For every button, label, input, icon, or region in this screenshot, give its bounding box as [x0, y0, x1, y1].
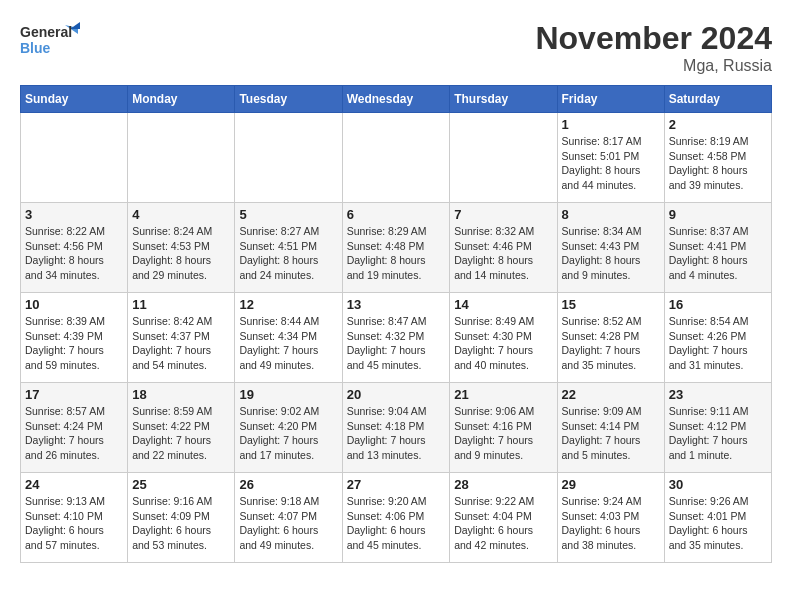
- calendar-cell: 9Sunrise: 8:37 AM Sunset: 4:41 PM Daylig…: [664, 203, 771, 293]
- day-info: Sunrise: 9:24 AM Sunset: 4:03 PM Dayligh…: [562, 494, 660, 553]
- calendar-cell: [342, 113, 450, 203]
- day-number: 27: [347, 477, 446, 492]
- calendar-cell: 16Sunrise: 8:54 AM Sunset: 4:26 PM Dayli…: [664, 293, 771, 383]
- day-info: Sunrise: 8:29 AM Sunset: 4:48 PM Dayligh…: [347, 224, 446, 283]
- day-number: 8: [562, 207, 660, 222]
- day-number: 22: [562, 387, 660, 402]
- calendar-cell: [128, 113, 235, 203]
- calendar-cell: 11Sunrise: 8:42 AM Sunset: 4:37 PM Dayli…: [128, 293, 235, 383]
- day-info: Sunrise: 8:39 AM Sunset: 4:39 PM Dayligh…: [25, 314, 123, 373]
- calendar-cell: [21, 113, 128, 203]
- day-number: 19: [239, 387, 337, 402]
- day-number: 30: [669, 477, 767, 492]
- day-info: Sunrise: 8:57 AM Sunset: 4:24 PM Dayligh…: [25, 404, 123, 463]
- calendar-cell: 20Sunrise: 9:04 AM Sunset: 4:18 PM Dayli…: [342, 383, 450, 473]
- calendar-cell: 26Sunrise: 9:18 AM Sunset: 4:07 PM Dayli…: [235, 473, 342, 563]
- calendar-cell: 17Sunrise: 8:57 AM Sunset: 4:24 PM Dayli…: [21, 383, 128, 473]
- day-info: Sunrise: 8:52 AM Sunset: 4:28 PM Dayligh…: [562, 314, 660, 373]
- calendar-cell: 8Sunrise: 8:34 AM Sunset: 4:43 PM Daylig…: [557, 203, 664, 293]
- day-number: 7: [454, 207, 552, 222]
- calendar-header: SundayMondayTuesdayWednesdayThursdayFrid…: [21, 86, 772, 113]
- calendar-cell: 15Sunrise: 8:52 AM Sunset: 4:28 PM Dayli…: [557, 293, 664, 383]
- day-number: 28: [454, 477, 552, 492]
- day-info: Sunrise: 9:13 AM Sunset: 4:10 PM Dayligh…: [25, 494, 123, 553]
- calendar-cell: 27Sunrise: 9:20 AM Sunset: 4:06 PM Dayli…: [342, 473, 450, 563]
- calendar-cell: 29Sunrise: 9:24 AM Sunset: 4:03 PM Dayli…: [557, 473, 664, 563]
- day-number: 24: [25, 477, 123, 492]
- calendar-cell: 24Sunrise: 9:13 AM Sunset: 4:10 PM Dayli…: [21, 473, 128, 563]
- day-number: 4: [132, 207, 230, 222]
- weekday-header: Wednesday: [342, 86, 450, 113]
- weekday-header: Saturday: [664, 86, 771, 113]
- day-info: Sunrise: 8:27 AM Sunset: 4:51 PM Dayligh…: [239, 224, 337, 283]
- day-info: Sunrise: 8:54 AM Sunset: 4:26 PM Dayligh…: [669, 314, 767, 373]
- day-number: 23: [669, 387, 767, 402]
- weekday-header: Friday: [557, 86, 664, 113]
- day-info: Sunrise: 9:26 AM Sunset: 4:01 PM Dayligh…: [669, 494, 767, 553]
- day-number: 18: [132, 387, 230, 402]
- calendar-cell: 12Sunrise: 8:44 AM Sunset: 4:34 PM Dayli…: [235, 293, 342, 383]
- calendar-cell: 7Sunrise: 8:32 AM Sunset: 4:46 PM Daylig…: [450, 203, 557, 293]
- day-number: 3: [25, 207, 123, 222]
- day-number: 13: [347, 297, 446, 312]
- day-number: 26: [239, 477, 337, 492]
- day-number: 11: [132, 297, 230, 312]
- calendar-cell: 22Sunrise: 9:09 AM Sunset: 4:14 PM Dayli…: [557, 383, 664, 473]
- calendar-body: 1Sunrise: 8:17 AM Sunset: 5:01 PM Daylig…: [21, 113, 772, 563]
- day-info: Sunrise: 8:49 AM Sunset: 4:30 PM Dayligh…: [454, 314, 552, 373]
- day-number: 5: [239, 207, 337, 222]
- day-number: 6: [347, 207, 446, 222]
- calendar-cell: 1Sunrise: 8:17 AM Sunset: 5:01 PM Daylig…: [557, 113, 664, 203]
- calendar-week: 10Sunrise: 8:39 AM Sunset: 4:39 PM Dayli…: [21, 293, 772, 383]
- day-info: Sunrise: 9:20 AM Sunset: 4:06 PM Dayligh…: [347, 494, 446, 553]
- title-block: November 2024 Mga, Russia: [535, 20, 772, 75]
- day-info: Sunrise: 8:47 AM Sunset: 4:32 PM Dayligh…: [347, 314, 446, 373]
- day-info: Sunrise: 8:44 AM Sunset: 4:34 PM Dayligh…: [239, 314, 337, 373]
- day-info: Sunrise: 9:18 AM Sunset: 4:07 PM Dayligh…: [239, 494, 337, 553]
- location: Mga, Russia: [535, 57, 772, 75]
- day-info: Sunrise: 8:59 AM Sunset: 4:22 PM Dayligh…: [132, 404, 230, 463]
- day-number: 9: [669, 207, 767, 222]
- day-number: 2: [669, 117, 767, 132]
- weekday-header: Sunday: [21, 86, 128, 113]
- calendar: SundayMondayTuesdayWednesdayThursdayFrid…: [20, 85, 772, 563]
- calendar-week: 17Sunrise: 8:57 AM Sunset: 4:24 PM Dayli…: [21, 383, 772, 473]
- day-number: 15: [562, 297, 660, 312]
- calendar-week: 24Sunrise: 9:13 AM Sunset: 4:10 PM Dayli…: [21, 473, 772, 563]
- day-number: 1: [562, 117, 660, 132]
- day-info: Sunrise: 9:04 AM Sunset: 4:18 PM Dayligh…: [347, 404, 446, 463]
- calendar-cell: 3Sunrise: 8:22 AM Sunset: 4:56 PM Daylig…: [21, 203, 128, 293]
- calendar-cell: [235, 113, 342, 203]
- day-number: 17: [25, 387, 123, 402]
- day-info: Sunrise: 9:02 AM Sunset: 4:20 PM Dayligh…: [239, 404, 337, 463]
- calendar-cell: 10Sunrise: 8:39 AM Sunset: 4:39 PM Dayli…: [21, 293, 128, 383]
- day-info: Sunrise: 9:09 AM Sunset: 4:14 PM Dayligh…: [562, 404, 660, 463]
- day-info: Sunrise: 9:11 AM Sunset: 4:12 PM Dayligh…: [669, 404, 767, 463]
- day-info: Sunrise: 9:16 AM Sunset: 4:09 PM Dayligh…: [132, 494, 230, 553]
- weekday-header: Thursday: [450, 86, 557, 113]
- calendar-cell: 6Sunrise: 8:29 AM Sunset: 4:48 PM Daylig…: [342, 203, 450, 293]
- day-number: 21: [454, 387, 552, 402]
- calendar-cell: 28Sunrise: 9:22 AM Sunset: 4:04 PM Dayli…: [450, 473, 557, 563]
- calendar-cell: 21Sunrise: 9:06 AM Sunset: 4:16 PM Dayli…: [450, 383, 557, 473]
- calendar-cell: 13Sunrise: 8:47 AM Sunset: 4:32 PM Dayli…: [342, 293, 450, 383]
- calendar-cell: 18Sunrise: 8:59 AM Sunset: 4:22 PM Dayli…: [128, 383, 235, 473]
- day-info: Sunrise: 8:19 AM Sunset: 4:58 PM Dayligh…: [669, 134, 767, 193]
- calendar-cell: 23Sunrise: 9:11 AM Sunset: 4:12 PM Dayli…: [664, 383, 771, 473]
- logo-svg: GeneralBlue: [20, 20, 80, 60]
- day-info: Sunrise: 9:06 AM Sunset: 4:16 PM Dayligh…: [454, 404, 552, 463]
- day-number: 20: [347, 387, 446, 402]
- calendar-week: 3Sunrise: 8:22 AM Sunset: 4:56 PM Daylig…: [21, 203, 772, 293]
- calendar-cell: 2Sunrise: 8:19 AM Sunset: 4:58 PM Daylig…: [664, 113, 771, 203]
- day-number: 16: [669, 297, 767, 312]
- day-info: Sunrise: 8:22 AM Sunset: 4:56 PM Dayligh…: [25, 224, 123, 283]
- day-info: Sunrise: 8:42 AM Sunset: 4:37 PM Dayligh…: [132, 314, 230, 373]
- day-info: Sunrise: 8:17 AM Sunset: 5:01 PM Dayligh…: [562, 134, 660, 193]
- weekday-header: Monday: [128, 86, 235, 113]
- calendar-cell: 19Sunrise: 9:02 AM Sunset: 4:20 PM Dayli…: [235, 383, 342, 473]
- svg-text:General: General: [20, 24, 72, 40]
- day-number: 25: [132, 477, 230, 492]
- day-number: 12: [239, 297, 337, 312]
- calendar-week: 1Sunrise: 8:17 AM Sunset: 5:01 PM Daylig…: [21, 113, 772, 203]
- calendar-cell: 5Sunrise: 8:27 AM Sunset: 4:51 PM Daylig…: [235, 203, 342, 293]
